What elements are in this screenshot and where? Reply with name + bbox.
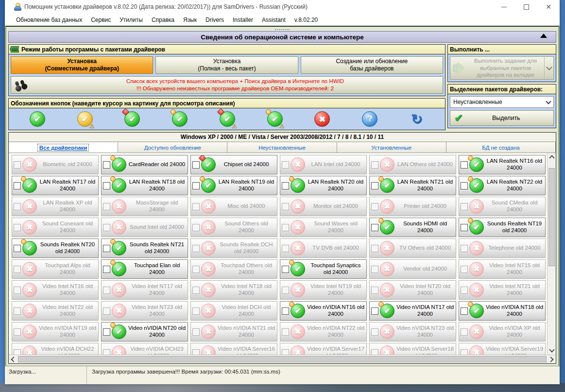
driver-package-cell[interactable]: Video nVIDIA DCH23 old 24000: [101, 343, 188, 355]
checkbox[interactable]: [192, 266, 200, 273]
checkbox[interactable]: [461, 266, 468, 273]
driver-package-cell[interactable]: Video nVIDIA NT18 old 24000: [459, 301, 546, 321]
checkbox[interactable]: [282, 224, 289, 231]
tab-неустановленные[interactable]: Неустановленные: [227, 142, 337, 153]
checkbox[interactable]: [371, 182, 378, 189]
checkbox[interactable]: [371, 266, 378, 273]
driver-package-cell[interactable]: Sounds Realtek NT19 old 24000: [459, 218, 546, 237]
driver-package-cell[interactable]: LAN Realtek NT22 old 24000: [459, 176, 546, 195]
menu-item[interactable]: Утилиты: [115, 15, 147, 25]
checkbox[interactable]: [371, 287, 378, 294]
driver-package-cell[interactable]: Sounds Realtek DCH old 24000: [190, 239, 277, 258]
checkbox[interactable]: [14, 307, 21, 315]
checkbox[interactable]: [14, 182, 21, 189]
driver-package-cell[interactable]: Video nVIDIA NT22 old 24000: [280, 322, 367, 341]
checkbox[interactable]: [282, 307, 289, 315]
checkbox[interactable]: [103, 349, 110, 355]
driver-package-cell[interactable]: Touchpad Elan old 24000: [101, 259, 188, 279]
info-header-bar[interactable]: Сведения об операционой системе и компью…: [8, 31, 556, 43]
driver-package-cell[interactable]: Sound Conexant old 24000: [12, 218, 99, 237]
driver-package-cell[interactable]: Sounds Realtek NT20 old 24000: [12, 239, 99, 258]
scroll-down-button[interactable]: [548, 346, 556, 355]
triangle-up-icon[interactable]: [540, 34, 547, 38]
checkbox[interactable]: [371, 307, 378, 315]
minimize-button[interactable]: [493, 0, 515, 14]
checkbox[interactable]: [282, 328, 289, 336]
checkbox[interactable]: [371, 328, 378, 336]
checkbox[interactable]: [103, 287, 110, 294]
menu-item[interactable]: Installer: [228, 15, 257, 25]
driver-package-cell[interactable]: Video nVIDIA Server17 old 24000: [280, 343, 367, 355]
checkbox[interactable]: [103, 245, 110, 252]
checkbox[interactable]: [282, 161, 289, 169]
driver-package-cell[interactable]: LAN Realtek NT16 old 24000: [459, 155, 546, 174]
driver-package-cell[interactable]: LAN Others old 24000: [369, 155, 456, 174]
maximize-button[interactable]: [515, 0, 537, 14]
driver-package-cell[interactable]: Video Intel NT18 old 24000: [190, 280, 277, 300]
driver-package-cell[interactable]: Misc old 24000: [190, 197, 277, 216]
checkbox[interactable]: [14, 349, 21, 355]
driver-package-cell[interactable]: LAN Realtek NT20 old 24000: [280, 176, 367, 195]
checkbox[interactable]: [103, 224, 110, 231]
hwid-scan-button[interactable]: Список всех устройств вашего компьютера …: [11, 76, 443, 94]
driver-package-cell[interactable]: LAN Realtek NT19 old 24000: [190, 176, 277, 195]
select-button[interactable]: ✔ Выделить: [450, 110, 554, 126]
driver-package-cell[interactable]: Sounds HDMI old 24000: [369, 218, 456, 237]
checkbox[interactable]: [461, 245, 468, 252]
checkbox[interactable]: [192, 349, 200, 355]
checkbox[interactable]: [14, 287, 21, 294]
driver-package-cell[interactable]: Telephone old 24000: [459, 239, 546, 258]
driver-package-cell[interactable]: Touchpad Alps old 24000: [12, 259, 99, 279]
driver-package-cell[interactable]: Chipset old 24000: [190, 155, 277, 174]
checkbox[interactable]: [192, 203, 200, 210]
driver-package-cell[interactable]: Video nVIDIA NT21 old 24000: [190, 322, 277, 341]
driver-package-cell[interactable]: Sound Others old 24000: [190, 218, 277, 237]
driver-package-cell[interactable]: TV DVB old 24000: [280, 239, 367, 258]
checkbox[interactable]: [14, 266, 21, 273]
vertical-scrollbar[interactable]: [547, 153, 556, 355]
checkbox[interactable]: [282, 266, 289, 273]
driver-package-cell[interactable]: Sound CMedia old 24000: [459, 197, 546, 216]
driver-package-cell[interactable]: Video Intel NT20 old 24000: [369, 280, 456, 300]
checkbox[interactable]: [192, 245, 200, 252]
scroll-left-button[interactable]: [9, 355, 17, 363]
checkbox[interactable]: [461, 349, 468, 355]
driver-package-cell[interactable]: Sounds Realtek NT21 old 24000: [101, 239, 188, 258]
driver-package-cell[interactable]: Video Intel NT16 old 24000: [12, 280, 99, 300]
splitter-grip[interactable]: [8, 28, 556, 31]
checkbox[interactable]: [192, 307, 200, 315]
driver-package-cell[interactable]: LAN Realtek XP old 24000: [12, 197, 99, 216]
driver-package-cell[interactable]: Video nVIDIA NT23 old 24000: [369, 322, 456, 341]
driver-package-cell[interactable]: Video Intel DCH old 24000: [190, 301, 277, 321]
checkbox[interactable]: [371, 245, 378, 252]
driver-package-cell[interactable]: Video nVIDIA Server19 old 24000: [459, 343, 546, 355]
checkbox[interactable]: [461, 307, 468, 315]
horizontal-scroll-thumb[interactable]: [18, 356, 547, 362]
checkbox[interactable]: [461, 287, 468, 294]
checkbox[interactable]: [192, 182, 200, 189]
checkbox[interactable]: [192, 224, 200, 231]
mode-button[interactable]: Установка(Совместимые драйвера): [11, 56, 153, 74]
checkbox[interactable]: [461, 203, 468, 210]
menu-item[interactable]: Обновление баз данных: [12, 15, 86, 25]
checkbox[interactable]: [14, 245, 21, 252]
checkbox[interactable]: [14, 224, 21, 231]
driver-package-cell[interactable]: Video Intel NT17 old 24000: [101, 280, 188, 300]
tab-бд-не-создана[interactable]: БД не создана: [446, 142, 556, 153]
menu-item[interactable]: Справка: [147, 15, 179, 25]
run-task-button[interactable]: Выполнить задание для выбранных пакетов …: [450, 56, 554, 80]
scroll-up-button[interactable]: [548, 153, 556, 161]
tab-доступно-обновление[interactable]: Доступно обновление: [118, 142, 227, 153]
driver-package-cell[interactable]: Sound Intel old 24000: [101, 218, 188, 237]
checkbox[interactable]: [192, 328, 200, 336]
driver-package-cell[interactable]: MassStorage old 24000: [101, 197, 188, 216]
checkbox[interactable]: [14, 203, 21, 210]
driver-package-cell[interactable]: Video nVIDIA NT20 old 24000: [101, 322, 188, 341]
checkbox[interactable]: [192, 287, 200, 294]
driver-package-cell[interactable]: Video Intel NT21 old 24000: [459, 280, 546, 300]
driver-package-cell[interactable]: LAN Intel old 24000: [280, 155, 367, 174]
checkbox[interactable]: [103, 266, 110, 273]
tab-все-драйверпаки[interactable]: Все драйверпаки: [9, 142, 118, 153]
run-task-dropdown[interactable]: [544, 57, 553, 79]
checkbox[interactable]: [14, 328, 21, 336]
